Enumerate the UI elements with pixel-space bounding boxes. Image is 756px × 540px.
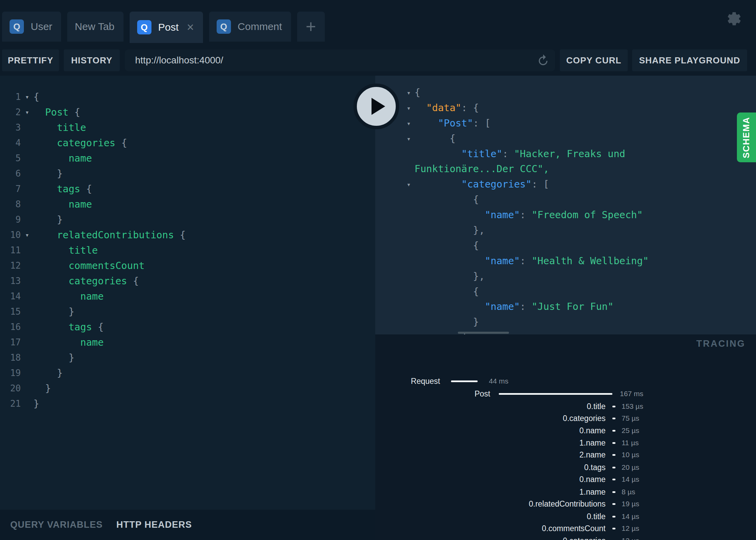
code-token: { <box>33 91 39 103</box>
code-token: name <box>69 153 92 164</box>
copy-curl-button[interactable]: COPY CURL <box>560 49 628 71</box>
code-token: } <box>57 368 63 379</box>
fold-spacer <box>375 299 413 315</box>
tab-label: Comment <box>238 21 282 32</box>
code-text: { <box>415 131 455 147</box>
tracing-value: 14 µs <box>622 473 639 485</box>
response-line: Funktionäre...Der CCC", <box>375 162 756 177</box>
tracing-row: Request44 ms <box>375 375 756 387</box>
line-number: 7 <box>0 181 21 197</box>
response-line: ▾"Post": [ <box>375 116 756 131</box>
tracing-label: 0.name <box>579 473 606 485</box>
editor-line: 12commentsCount <box>0 258 375 273</box>
editor-line: 15} <box>0 304 375 319</box>
fold-icon[interactable]: ▾ <box>375 177 413 192</box>
response-json: ▾{▾"data": {▾"Post": [▾{"title": "Hacker… <box>375 76 756 334</box>
tracing-value: 11 µs <box>622 437 639 449</box>
code-token: : [ <box>473 118 491 129</box>
response-line: ▾{ <box>375 131 756 147</box>
editor-line: 13categories { <box>0 273 375 289</box>
tracing-bar <box>612 442 615 444</box>
code-text: title <box>33 120 86 135</box>
query-badge: Q <box>10 19 24 34</box>
tracing-row: 0.title14 µs <box>375 510 756 523</box>
tracing-row: 0.relatedContributions19 µs <box>375 498 756 510</box>
tracing-value: 153 µs <box>622 400 643 412</box>
code-token: Funktionäre...Der CCC", <box>415 163 549 175</box>
code-token: }, <box>473 271 485 282</box>
tracing-row: Post167 ms <box>375 388 756 400</box>
fold-spacer <box>21 365 33 381</box>
tracing-label: 0.categories <box>563 535 606 540</box>
code-token: { <box>92 321 104 333</box>
fold-icon[interactable]: ▾ <box>21 227 33 243</box>
tab-user[interactable]: QUser <box>2 12 61 42</box>
code-token: } <box>69 306 74 317</box>
line-number: 4 <box>0 135 21 151</box>
code-text: Post { <box>33 105 80 120</box>
query-variables-tab[interactable]: QUERY VARIABLES <box>10 520 103 530</box>
response-line: }, <box>375 223 756 238</box>
close-tab-icon[interactable]: × <box>187 21 194 33</box>
tab-comment[interactable]: QComment <box>209 12 291 42</box>
code-text: } <box>415 315 479 330</box>
tracing-value: 75 µs <box>622 412 639 424</box>
reload-schema-button[interactable] <box>537 54 550 67</box>
response-line: "title": "Hacker, Freaks und <box>375 147 756 162</box>
editor-line: 5name <box>0 151 375 166</box>
tracing-value: 25 µs <box>622 424 639 437</box>
tracing-value: 44 ms <box>489 375 508 387</box>
code-token: name <box>80 337 104 348</box>
editor-line: 8name <box>0 197 375 212</box>
tracing-value: 10 µs <box>622 449 639 461</box>
fold-icon[interactable]: ▾ <box>375 131 413 147</box>
code-token: tags <box>57 183 81 195</box>
response-line: ▾"data": { <box>375 101 756 116</box>
horizontal-scrollbar[interactable] <box>458 332 509 334</box>
schema-tab[interactable]: SCHEMA <box>737 112 756 162</box>
tracing-value: 19 µs <box>622 498 639 510</box>
tab-post[interactable]: QPost× <box>130 12 203 43</box>
code-text: relatedContributions { <box>33 227 186 243</box>
fold-spacer <box>375 284 413 300</box>
code-token: { <box>80 183 92 195</box>
response-line: "name": "Just For Fun" <box>375 299 756 315</box>
tracing-value: 14 µs <box>622 510 639 523</box>
url-input[interactable] <box>125 49 555 71</box>
fold-spacer <box>21 181 33 197</box>
fold-icon[interactable]: ▾ <box>21 105 33 120</box>
tracing-label: 1.name <box>579 486 606 498</box>
http-headers-tab[interactable]: HTTP HEADERS <box>116 520 192 530</box>
history-button[interactable]: HISTORY <box>64 49 120 71</box>
code-token: } <box>57 168 63 179</box>
code-text: "name": "Just For Fun" <box>415 299 613 315</box>
code-text: name <box>33 151 92 166</box>
fold-spacer <box>21 151 33 166</box>
tracing-label: 1.name <box>579 437 606 449</box>
tracing-value: 20 µs <box>622 461 639 474</box>
tracing-label: 0.title <box>587 400 606 412</box>
tracing-row: 0.name14 µs <box>375 473 756 485</box>
tab-label: Post <box>158 21 179 33</box>
tracing-value: 8 µs <box>622 486 635 498</box>
editor-line: 3title <box>0 120 375 135</box>
query-editor-pane[interactable]: 1▾{2▾Post {3title4categories {5name6}7ta… <box>0 76 375 510</box>
fold-spacer <box>21 335 33 350</box>
tracing-title: TRACING <box>696 339 745 349</box>
prettify-button[interactable]: PRETTIFY <box>2 49 59 71</box>
code-text: } <box>33 396 39 411</box>
tab-new-tab[interactable]: New Tab <box>67 12 123 42</box>
response-line: "name": "Freedom of Speech" <box>375 208 756 223</box>
settings-button[interactable] <box>726 11 742 27</box>
code-text: } <box>33 166 63 181</box>
tracing-bar <box>612 406 615 407</box>
fold-icon[interactable]: ▾ <box>21 89 33 105</box>
code-token: "Health & Wellbeing" <box>532 255 649 267</box>
share-playground-button[interactable]: SHARE PLAYGROUND <box>632 49 747 71</box>
execute-query-button[interactable] <box>353 84 399 129</box>
play-icon <box>372 98 385 115</box>
new-tab-button[interactable]: + <box>297 12 325 42</box>
tracing-row: 0.categories75 µs <box>375 412 756 424</box>
line-number: 2 <box>0 105 21 120</box>
response-line: ▾"categories": [ <box>375 177 756 192</box>
